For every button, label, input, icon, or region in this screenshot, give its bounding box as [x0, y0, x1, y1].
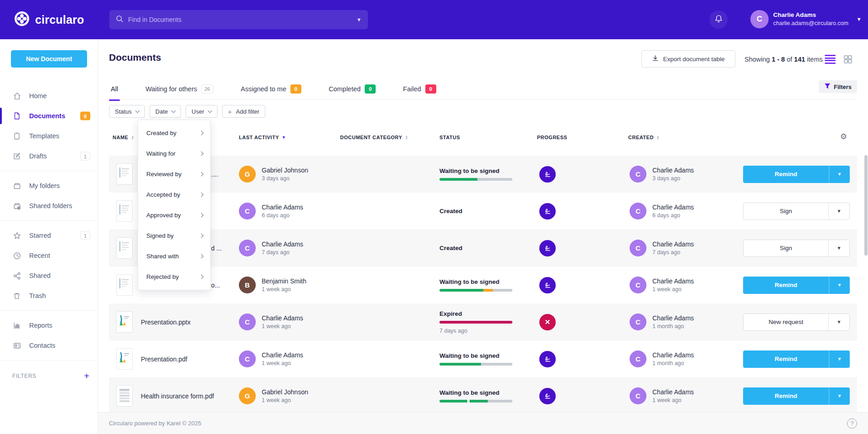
- action-button-label[interactable]: Remind: [743, 350, 829, 368]
- column-header-last-activity[interactable]: LAST ACTIVITY ▼: [239, 135, 340, 140]
- table-settings-gear-icon[interactable]: ⚙: [840, 132, 847, 141]
- sign-button[interactable]: Sign ▼: [743, 240, 850, 257]
- new-document-button[interactable]: New Document: [11, 50, 87, 68]
- sign-button[interactable]: Sign ▼: [743, 203, 850, 220]
- cell-status: Created: [439, 245, 533, 251]
- new-request-button[interactable]: New request ▼: [743, 314, 850, 331]
- filter-chip-date[interactable]: Date: [150, 105, 181, 118]
- cell-progress: ✕: [533, 314, 623, 330]
- cell-status: Waiting to be signed: [439, 389, 533, 403]
- table-row[interactable]: o... B Benjamin Smith 1 week ago Waiting…: [109, 267, 857, 303]
- activity-time: 1 week ago: [262, 323, 303, 330]
- notifications-button[interactable]: [709, 10, 728, 29]
- action-button-label[interactable]: Sign: [744, 240, 828, 256]
- results-count: Showing 1 - 8 of 141 items: [744, 56, 823, 63]
- cell-last-activity: G Gabriel Johnson 1 week ago: [239, 387, 340, 404]
- action-caret-icon[interactable]: ▼: [829, 166, 850, 183]
- action-caret-icon[interactable]: ▼: [829, 387, 850, 405]
- action-caret-icon[interactable]: ▼: [828, 240, 849, 256]
- action-button-label[interactable]: Remind: [743, 166, 829, 183]
- sidebar-item-starred[interactable]: Starred 1: [0, 225, 98, 246]
- filter-chip-label: User: [191, 108, 204, 115]
- column-header-status[interactable]: STATUS: [439, 135, 533, 140]
- export-document-table-button[interactable]: Export document table: [641, 50, 735, 68]
- column-header-created[interactable]: CREATED ▲▼: [623, 135, 733, 140]
- sidebar-filters-label: FILTERS: [12, 373, 36, 379]
- help-icon[interactable]: ?: [847, 418, 857, 429]
- remind-button[interactable]: Remind ▼: [743, 387, 850, 405]
- table-row[interactable]: C Charlie Adams 6 days ago Created C: [109, 193, 857, 230]
- search-scope-caret-icon[interactable]: ▼: [356, 17, 362, 22]
- menu-item-rejected-by[interactable]: Rejected by: [138, 267, 210, 287]
- menu-item-shared-with[interactable]: Shared with: [138, 246, 210, 267]
- sidebar-item-drafts[interactable]: Drafts 1: [0, 146, 98, 166]
- menu-item-accepted-by[interactable]: Accepted by: [138, 184, 210, 205]
- sidebar-item-reports[interactable]: Reports: [0, 315, 98, 335]
- user-menu[interactable]: C Charlie Adams charlie.adams@circularo.…: [750, 10, 862, 28]
- sidebar-item-shared[interactable]: Shared: [0, 266, 98, 286]
- action-button-label[interactable]: Sign: [744, 203, 828, 220]
- filters-button[interactable]: Filters: [819, 80, 857, 93]
- sidebar-item-recent[interactable]: Recent: [0, 246, 98, 266]
- remind-button[interactable]: Remind ▼: [743, 277, 850, 294]
- circularo-logo[interactable]: circularo: [14, 10, 84, 29]
- remind-button[interactable]: Remind ▼: [743, 166, 850, 183]
- cell-last-activity: G Gabriel Johnson 3 days ago: [239, 166, 340, 183]
- table-row[interactable]: .... G Gabriel Johnson 3 days ago Waitin…: [109, 156, 857, 193]
- table-row[interactable]: d ... C Charlie Adams 7 days ago Created: [109, 230, 857, 267]
- action-caret-icon[interactable]: ▼: [828, 314, 849, 330]
- menu-item-approved-by[interactable]: Approved by: [138, 205, 210, 225]
- global-search[interactable]: ▼: [109, 10, 368, 29]
- activity-person-name: Gabriel Johnson: [262, 388, 308, 397]
- sidebar-item-badge: 1: [80, 231, 90, 240]
- tab-waiting-for-others[interactable]: Waiting for others 26: [144, 83, 215, 100]
- sidebar-item-my-folders[interactable]: My folders: [0, 176, 98, 196]
- column-header-progress[interactable]: PROGRESS: [533, 135, 623, 140]
- table-row[interactable]: Presentation.pptx C Charlie Adams 1 week…: [109, 303, 857, 340]
- cell-created: C Charlie Adams 6 days ago: [623, 203, 733, 220]
- sidebar-item-templates[interactable]: Templates: [0, 126, 98, 146]
- add-sidebar-filter-button[interactable]: +: [84, 371, 89, 381]
- remind-button[interactable]: Remind ▼: [743, 350, 850, 368]
- menu-item-waiting-for[interactable]: Waiting for: [138, 143, 210, 164]
- menu-item-created-by[interactable]: Created by: [138, 123, 210, 143]
- grid-view-toggle[interactable]: [843, 54, 853, 64]
- status-progress-bar: [439, 321, 512, 324]
- action-caret-icon[interactable]: ▼: [828, 203, 849, 220]
- app-page: circularo ▼ C Charlie Adams charlie.adam…: [0, 0, 868, 434]
- tab-completed[interactable]: Completed 0: [327, 83, 377, 100]
- menu-item-label: Created by: [146, 130, 176, 136]
- menu-item-signed-by[interactable]: Signed by: [138, 225, 210, 246]
- created-avatar: C: [630, 387, 646, 404]
- add-filter-button[interactable]: +Add filter: [222, 105, 265, 118]
- table-row[interactable]: Health insurance form.pdf G Gabriel John…: [109, 377, 857, 414]
- tab-assigned-to-me[interactable]: Assigned to me 0: [239, 83, 303, 100]
- created-time: 1 week ago: [652, 286, 694, 293]
- list-view-toggle[interactable]: [825, 55, 836, 64]
- action-button-label[interactable]: Remind: [743, 387, 829, 405]
- action-caret-icon[interactable]: ▼: [829, 350, 850, 368]
- filter-chip-user[interactable]: User: [186, 105, 217, 118]
- column-header-label: PROGRESS: [537, 135, 567, 140]
- sidebar-item-shared-folders[interactable]: Shared folders: [0, 196, 98, 216]
- sidebar-item-trash[interactable]: Trash: [0, 286, 98, 306]
- tab-label: Assigned to me: [241, 85, 286, 93]
- vertical-scrollbar[interactable]: [864, 155, 868, 256]
- action-button-label[interactable]: New request: [744, 314, 828, 330]
- menu-item-reviewed-by[interactable]: Reviewed by: [138, 164, 210, 184]
- sidebar-item-contacts[interactable]: Contacts: [0, 335, 98, 356]
- tab-all[interactable]: All: [109, 83, 120, 100]
- action-caret-icon[interactable]: ▼: [829, 277, 850, 294]
- tab-failed[interactable]: Failed 0: [401, 83, 438, 100]
- report-icon: [12, 321, 21, 330]
- signature-progress-icon: [539, 166, 556, 183]
- cell-created: C Charlie Adams 1 month ago: [623, 314, 733, 330]
- table-row[interactable]: Presentation.pdf C Charlie Adams 1 week …: [109, 340, 857, 377]
- search-input[interactable]: [128, 16, 356, 23]
- filter-chip-status[interactable]: Status: [109, 105, 145, 118]
- sidebar-item-home[interactable]: Home: [0, 86, 98, 106]
- action-button-label[interactable]: Remind: [743, 277, 829, 294]
- status-label: Expired: [439, 310, 533, 317]
- sidebar-item-documents[interactable]: Documents 0: [0, 106, 98, 126]
- column-header-document-category[interactable]: DOCUMENT CATEGORY ▲▼: [340, 135, 439, 140]
